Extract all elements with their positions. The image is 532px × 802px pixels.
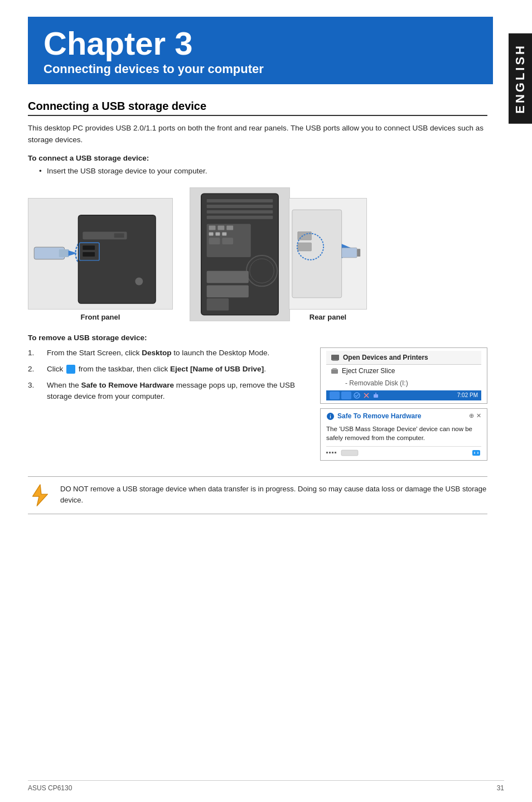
context-menu-title-row: Open Devices and Printers [326,351,481,365]
svg-rect-6 [83,252,95,257]
language-tab: ENGLISH [509,33,532,124]
usb-icon [372,392,380,399]
svg-rect-50 [332,452,333,453]
notification-box: i Safe To Remove Hardware ⊕ ✕ The 'USB M… [320,408,487,461]
connect-label: To connect a USB storage device: [28,154,487,162]
section1-title: Connecting a USB storage device [28,100,487,116]
taskbar-btn-2 [341,392,351,399]
svg-rect-44 [374,394,378,398]
taskbar-row: 7:02 PM [326,390,481,400]
right-panel-group: Rear panel [289,198,367,321]
svg-rect-48 [326,452,328,453]
removable-disk-text: - Removable Disk (I:) [345,379,408,387]
notification-controls: ⊕ ✕ [469,412,481,419]
shots-col: Open Devices and Printers Eject Cruzer S… [320,347,487,465]
svg-rect-22 [222,232,226,235]
svg-rect-40 [332,368,337,370]
connect-bullet-list: Insert the USB storage device to your co… [28,166,487,177]
svg-rect-4 [78,215,156,303]
step-1: 1. From the Start Screen, click Desktop … [28,347,309,359]
footer-right: 31 [497,784,504,792]
svg-rect-51 [335,452,336,453]
notification-taskbar-usb [471,449,481,457]
svg-rect-32 [298,243,312,251]
notification-title-row: i Safe To Remove Hardware [326,412,422,421]
info-icon: i [326,412,335,421]
svg-rect-14 [207,210,273,214]
step-1-num: 1. [28,347,40,359]
front-panel-label: Front panel [81,313,120,321]
center-panel-group [190,187,290,321]
svg-rect-38 [332,360,338,361]
notification-pin: ⊕ [469,412,474,419]
notification-taskbar [326,450,359,456]
svg-rect-28 [207,285,249,297]
svg-rect-34 [342,248,357,258]
section1-body: This desktop PC provides USB 2.0/1.1 por… [28,123,487,146]
notification-body: The 'USB Mass Storage Device' device can… [326,424,481,443]
right-panel-image [289,198,367,310]
front-panel-image [28,198,173,310]
step-3: 3. When the Safe to Remove Hardware mess… [28,380,309,403]
svg-rect-39 [331,369,338,374]
drive-icon [331,367,338,375]
step-2-num: 2. [28,364,40,375]
mini-taskbar-dots [326,451,337,455]
svg-rect-19 [226,225,233,230]
remove-steps-list: 1. From the Start Screen, click Desktop … [28,347,309,403]
panel-images-row: Front panel [28,187,487,321]
context-menu-screenshot: Open Devices and Printers Eject Cruzer S… [320,347,487,404]
steps-screenshots-layout: 1. From the Start Screen, click Desktop … [28,347,487,465]
svg-rect-18 [217,225,224,230]
x-icon [362,392,370,399]
taskbar-time: 7:02 PM [457,392,478,398]
notification-header-row: i Safe To Remove Hardware ⊕ ✕ [326,412,481,422]
svg-rect-5 [83,245,95,250]
step-2: 2. Click from the taskbar, then click Ej… [28,364,309,375]
steps-col: 1. From the Start Screen, click Desktop … [28,347,309,409]
eject-row-text: Eject Cruzer Slice [342,367,395,375]
svg-rect-27 [207,270,249,283]
footer-left: ASUS CP6130 [28,784,72,792]
check-icon [353,392,361,399]
warning-text: DO NOT remove a USB storage device when … [60,484,487,506]
rear-panel-group: Rear panel [190,187,367,321]
svg-rect-53 [472,450,480,456]
taskbar-btn-1 [330,392,340,399]
step-2-text: Click from the taskbar, then click Eject… [47,364,266,375]
page-footer: ASUS CP6130 31 [28,780,504,792]
svg-rect-1 [59,249,69,257]
chapter-header: Chapter 3 Connecting devices to your com… [28,17,493,84]
svg-rect-8 [114,233,124,238]
notification-title-text: Safe To Remove Hardware [337,412,422,420]
svg-point-9 [135,277,143,285]
usb-taskbar-icon [66,365,75,374]
svg-rect-35 [357,249,360,257]
svg-rect-29 [207,298,229,311]
warning-icon-wrap [28,484,52,507]
main-content: Connecting a USB storage device This des… [28,100,487,514]
front-panel-group: Front panel [28,198,173,321]
mini-ok-button [341,450,359,456]
svg-rect-17 [209,225,216,230]
svg-rect-15 [207,215,273,219]
notification-close-btn: ✕ [476,412,481,419]
removable-disk-row: - Removable Disk (I:) [326,377,481,389]
svg-rect-24 [222,238,233,244]
svg-rect-12 [207,199,273,202]
devices-icon [331,353,340,362]
remove-label: To remove a USB storage device: [28,334,487,342]
svg-rect-23 [209,238,220,244]
svg-rect-52 [341,450,358,456]
chapter-title: Chapter 3 [43,27,477,61]
svg-text:i: i [330,414,331,419]
step-3-text: When the Safe to Remove Hardware message… [47,380,309,403]
chapter-subtitle: Connecting devices to your computer [43,62,477,76]
eject-row: Eject Cruzer Slice [326,365,481,377]
bullet-item: Insert the USB storage device to your co… [39,166,487,177]
warning-lightning-icon [28,484,52,507]
warning-box: DO NOT remove a USB storage device when … [28,476,487,514]
svg-marker-56 [33,485,48,506]
svg-rect-37 [331,355,339,360]
svg-rect-20 [209,232,214,235]
